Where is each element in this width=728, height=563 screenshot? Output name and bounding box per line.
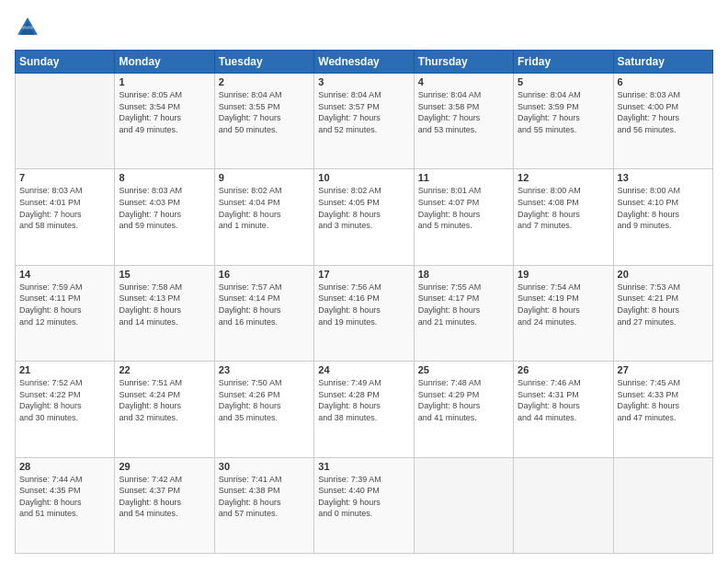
- day-number: 10: [318, 172, 409, 183]
- day-info: Sunrise: 7:54 AM Sunset: 4:19 PM Dayligh…: [518, 282, 609, 327]
- day-number: 24: [318, 364, 409, 375]
- week-row-1: 1Sunrise: 8:05 AM Sunset: 3:54 PM Daylig…: [16, 74, 713, 169]
- day-info: Sunrise: 8:00 AM Sunset: 4:10 PM Dayligh…: [618, 185, 709, 231]
- calendar-cell: [514, 457, 613, 553]
- day-info: Sunrise: 7:39 AM Sunset: 4:40 PM Dayligh…: [318, 474, 409, 520]
- page: SundayMondayTuesdayWednesdayThursdayFrid…: [0, 0, 728, 563]
- day-info: Sunrise: 7:44 AM Sunset: 4:35 PM Dayligh…: [19, 474, 110, 520]
- weekday-header-monday: Monday: [115, 51, 214, 74]
- calendar-cell: 14Sunrise: 7:59 AM Sunset: 4:11 PM Dayli…: [16, 265, 115, 361]
- day-info: Sunrise: 7:56 AM Sunset: 4:16 PM Dayligh…: [318, 282, 409, 327]
- day-info: Sunrise: 7:50 AM Sunset: 4:26 PM Dayligh…: [219, 377, 310, 423]
- day-info: Sunrise: 8:04 AM Sunset: 3:55 PM Dayligh…: [219, 89, 310, 135]
- day-number: 15: [119, 269, 210, 280]
- calendar-cell: 15Sunrise: 7:58 AM Sunset: 4:13 PM Dayli…: [115, 265, 214, 361]
- calendar-cell: 23Sunrise: 7:50 AM Sunset: 4:26 PM Dayli…: [214, 362, 313, 457]
- day-info: Sunrise: 7:48 AM Sunset: 4:29 PM Dayligh…: [418, 377, 509, 423]
- day-number: 2: [219, 76, 310, 87]
- calendar-cell: 19Sunrise: 7:54 AM Sunset: 4:19 PM Dayli…: [514, 265, 613, 361]
- calendar-cell: 16Sunrise: 7:57 AM Sunset: 4:14 PM Dayli…: [214, 265, 313, 361]
- day-number: 14: [19, 269, 110, 280]
- calendar-cell: 18Sunrise: 7:55 AM Sunset: 4:17 PM Dayli…: [414, 265, 513, 361]
- day-info: Sunrise: 8:04 AM Sunset: 3:58 PM Dayligh…: [418, 89, 509, 135]
- day-info: Sunrise: 7:53 AM Sunset: 4:21 PM Dayligh…: [618, 282, 709, 327]
- calendar-cell: 17Sunrise: 7:56 AM Sunset: 4:16 PM Dayli…: [314, 265, 414, 361]
- day-info: Sunrise: 8:04 AM Sunset: 3:57 PM Dayligh…: [318, 89, 409, 135]
- week-row-5: 28Sunrise: 7:44 AM Sunset: 4:35 PM Dayli…: [16, 457, 713, 553]
- day-info: Sunrise: 8:03 AM Sunset: 4:00 PM Dayligh…: [618, 89, 709, 135]
- calendar-table: SundayMondayTuesdayWednesdayThursdayFrid…: [15, 50, 713, 554]
- calendar-cell: 2Sunrise: 8:04 AM Sunset: 3:55 PM Daylig…: [214, 74, 313, 169]
- day-number: 26: [518, 364, 609, 375]
- day-number: 28: [19, 461, 110, 472]
- day-number: 17: [318, 269, 409, 280]
- calendar-cell: 29Sunrise: 7:42 AM Sunset: 4:37 PM Dayli…: [115, 457, 214, 553]
- calendar-cell: 1Sunrise: 8:05 AM Sunset: 3:54 PM Daylig…: [115, 74, 214, 169]
- day-info: Sunrise: 8:03 AM Sunset: 4:01 PM Dayligh…: [19, 185, 110, 231]
- day-info: Sunrise: 7:46 AM Sunset: 4:31 PM Dayligh…: [518, 377, 609, 423]
- week-row-4: 21Sunrise: 7:52 AM Sunset: 4:22 PM Dayli…: [16, 362, 713, 457]
- calendar-cell: 6Sunrise: 8:03 AM Sunset: 4:00 PM Daylig…: [613, 74, 712, 169]
- day-info: Sunrise: 8:02 AM Sunset: 4:04 PM Dayligh…: [219, 185, 310, 231]
- calendar-cell: 21Sunrise: 7:52 AM Sunset: 4:22 PM Dayli…: [16, 362, 115, 457]
- calendar-cell: [16, 74, 115, 169]
- calendar-cell: 9Sunrise: 8:02 AM Sunset: 4:04 PM Daylig…: [214, 169, 313, 265]
- day-number: 21: [19, 364, 110, 375]
- weekday-header-wednesday: Wednesday: [314, 51, 414, 74]
- calendar-cell: 10Sunrise: 8:02 AM Sunset: 4:05 PM Dayli…: [314, 169, 414, 265]
- day-number: 1: [119, 76, 210, 87]
- day-info: Sunrise: 7:45 AM Sunset: 4:33 PM Dayligh…: [618, 377, 709, 423]
- day-number: 11: [418, 172, 509, 183]
- weekday-header-row: SundayMondayTuesdayWednesdayThursdayFrid…: [16, 51, 713, 74]
- day-info: Sunrise: 7:58 AM Sunset: 4:13 PM Dayligh…: [119, 282, 210, 327]
- day-number: 7: [19, 172, 110, 183]
- header: [15, 15, 713, 40]
- weekday-header-thursday: Thursday: [414, 51, 513, 74]
- day-number: 31: [318, 461, 409, 472]
- logo: [15, 15, 44, 40]
- calendar-cell: 24Sunrise: 7:49 AM Sunset: 4:28 PM Dayli…: [314, 362, 414, 457]
- day-number: 19: [518, 269, 609, 280]
- day-number: 9: [219, 172, 310, 183]
- calendar-cell: 25Sunrise: 7:48 AM Sunset: 4:29 PM Dayli…: [414, 362, 513, 457]
- day-info: Sunrise: 7:51 AM Sunset: 4:24 PM Dayligh…: [119, 377, 210, 423]
- calendar-cell: 4Sunrise: 8:04 AM Sunset: 3:58 PM Daylig…: [414, 74, 513, 169]
- calendar-cell: 30Sunrise: 7:41 AM Sunset: 4:38 PM Dayli…: [214, 457, 313, 553]
- day-info: Sunrise: 8:00 AM Sunset: 4:08 PM Dayligh…: [518, 185, 609, 231]
- day-info: Sunrise: 7:59 AM Sunset: 4:11 PM Dayligh…: [19, 282, 110, 327]
- day-number: 23: [219, 364, 310, 375]
- weekday-header-sunday: Sunday: [16, 51, 115, 74]
- day-info: Sunrise: 8:04 AM Sunset: 3:59 PM Dayligh…: [518, 89, 609, 135]
- logo-icon: [15, 15, 40, 40]
- weekday-header-friday: Friday: [514, 51, 613, 74]
- calendar-cell: [613, 457, 712, 553]
- day-number: 22: [119, 364, 210, 375]
- day-number: 18: [418, 269, 509, 280]
- day-number: 12: [518, 172, 609, 183]
- calendar-cell: 27Sunrise: 7:45 AM Sunset: 4:33 PM Dayli…: [613, 362, 712, 457]
- day-number: 8: [119, 172, 210, 183]
- weekday-header-tuesday: Tuesday: [214, 51, 313, 74]
- calendar-cell: 7Sunrise: 8:03 AM Sunset: 4:01 PM Daylig…: [16, 169, 115, 265]
- day-info: Sunrise: 7:42 AM Sunset: 4:37 PM Dayligh…: [119, 474, 210, 520]
- day-number: 16: [219, 269, 310, 280]
- calendar-cell: 20Sunrise: 7:53 AM Sunset: 4:21 PM Dayli…: [613, 265, 712, 361]
- calendar-cell: 22Sunrise: 7:51 AM Sunset: 4:24 PM Dayli…: [115, 362, 214, 457]
- calendar-cell: 26Sunrise: 7:46 AM Sunset: 4:31 PM Dayli…: [514, 362, 613, 457]
- calendar-cell: 12Sunrise: 8:00 AM Sunset: 4:08 PM Dayli…: [514, 169, 613, 265]
- day-number: 3: [318, 76, 409, 87]
- day-number: 20: [618, 269, 709, 280]
- day-number: 6: [618, 76, 709, 87]
- day-info: Sunrise: 8:01 AM Sunset: 4:07 PM Dayligh…: [418, 185, 509, 231]
- day-number: 30: [219, 461, 310, 472]
- day-info: Sunrise: 8:05 AM Sunset: 3:54 PM Dayligh…: [119, 89, 210, 135]
- day-info: Sunrise: 8:03 AM Sunset: 4:03 PM Dayligh…: [119, 185, 210, 231]
- calendar-cell: 3Sunrise: 8:04 AM Sunset: 3:57 PM Daylig…: [314, 74, 414, 169]
- svg-rect-2: [22, 26, 33, 29]
- week-row-3: 14Sunrise: 7:59 AM Sunset: 4:11 PM Dayli…: [16, 265, 713, 361]
- calendar-cell: 5Sunrise: 8:04 AM Sunset: 3:59 PM Daylig…: [514, 74, 613, 169]
- calendar-cell: 8Sunrise: 8:03 AM Sunset: 4:03 PM Daylig…: [115, 169, 214, 265]
- day-info: Sunrise: 7:52 AM Sunset: 4:22 PM Dayligh…: [19, 377, 110, 423]
- day-info: Sunrise: 7:49 AM Sunset: 4:28 PM Dayligh…: [318, 377, 409, 423]
- day-number: 4: [418, 76, 509, 87]
